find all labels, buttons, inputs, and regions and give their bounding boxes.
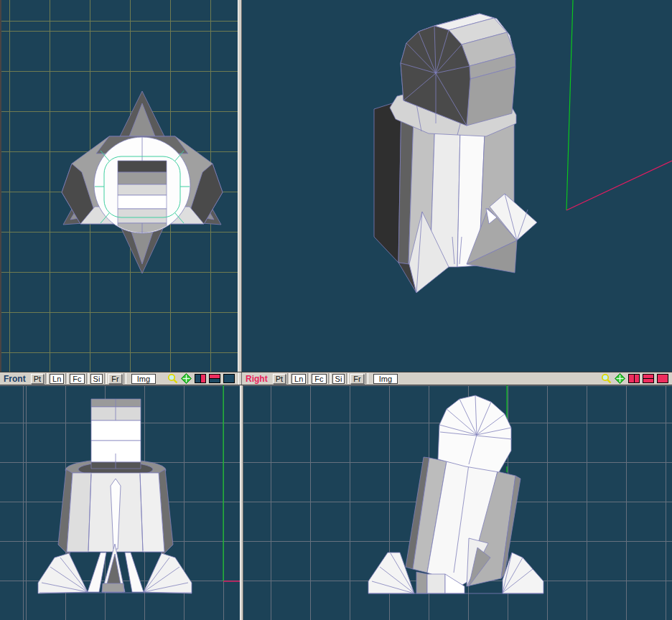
viewport-top-view[interactable] [0, 0, 239, 372]
toolbar-separator [123, 373, 126, 384]
pan-move-icon[interactable] [615, 373, 625, 384]
split-vertical-icon[interactable] [195, 374, 206, 383]
viewport-perspective-view[interactable] [242, 0, 672, 372]
image-toggle-button[interactable]: Img [131, 374, 156, 384]
split-vertical-icon[interactable] [628, 374, 640, 383]
perspective-model [374, 14, 537, 293]
image-toggle-button[interactable]: Img [373, 374, 398, 384]
points-toggle-button[interactable]: Pt [273, 374, 286, 384]
front-view-model [38, 399, 192, 593]
axes [566, 0, 672, 210]
lines-toggle-button[interactable]: Ln [50, 374, 64, 384]
top-view-model [1, 0, 239, 372]
toolbar-separator [307, 373, 310, 384]
front-view-label: Front [4, 374, 26, 384]
toolbar-separator [45, 373, 48, 384]
split-horizontal-icon[interactable] [209, 374, 220, 383]
axes [223, 385, 240, 581]
faces-toggle-button[interactable]: Fc [312, 374, 326, 384]
zoom-icon[interactable] [601, 373, 612, 384]
right-view-label: Right [246, 374, 268, 384]
viewport-front-view[interactable] [0, 385, 240, 620]
split-horizontal-icon[interactable] [643, 374, 654, 383]
viewport-right-view[interactable] [243, 385, 672, 620]
viewport-toolbars: Front Pt Ln Fc Si Fr Img [0, 372, 672, 385]
zoom-icon[interactable] [167, 373, 178, 384]
x-axis-pink [566, 161, 672, 210]
single-view-icon[interactable] [223, 374, 235, 383]
toolbar-separator [346, 373, 349, 384]
faces-toggle-button[interactable]: Fc [70, 374, 84, 384]
right-view-model [368, 395, 543, 593]
toolbar-separator [86, 373, 89, 384]
modeler-four-view-window: Front Pt Ln Fc Si Fr Img [0, 0, 672, 620]
fr-toggle-button[interactable]: Fr [108, 374, 121, 384]
points-toggle-button[interactable]: Pt [31, 374, 44, 384]
pan-move-icon[interactable] [181, 373, 192, 384]
toolbar-separator [287, 373, 290, 384]
si-toggle-button[interactable]: Si [332, 374, 345, 384]
y-axis-green [566, 0, 573, 210]
lines-toggle-button[interactable]: Ln [291, 374, 306, 384]
single-view-icon[interactable] [657, 374, 668, 383]
right-view-toolbar: Right Pt Ln Fc Si Fr Img [242, 372, 672, 385]
toolbar-separator [365, 373, 368, 384]
toolbar-separator [104, 373, 107, 384]
si-toggle-button[interactable]: Si [90, 374, 103, 384]
toolbar-separator [328, 373, 331, 384]
front-view-toolbar: Front Pt Ln Fc Si Fr Img [0, 372, 238, 385]
toolbar-separator [65, 373, 68, 384]
fr-toggle-button[interactable]: Fr [350, 374, 363, 384]
